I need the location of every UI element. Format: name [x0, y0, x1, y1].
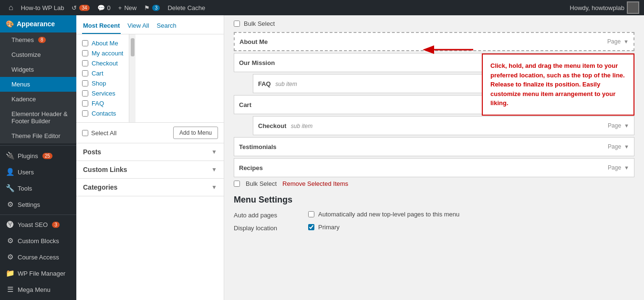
updates-badge: 34: [79, 5, 89, 11]
adminbar-delete-cache[interactable]: Delete Cache: [164, 0, 209, 15]
menu-item-testimonials-arrow[interactable]: ▼: [624, 144, 629, 150]
bulk-select-top-checkbox[interactable]: [234, 21, 240, 27]
faq-sub-label: sub item: [275, 81, 297, 87]
accordion-categories: Categories ▼: [76, 179, 224, 196]
select-all-checkbox[interactable]: [82, 130, 88, 136]
sidebar-submenu-appearance: Themes 8 Customize Widgets Menus Kadence…: [0, 32, 76, 143]
remove-selected-link[interactable]: Remove Selected Items: [282, 180, 348, 187]
howdy-label: Howdy, howtowplab: [570, 4, 624, 11]
sidebar-item-plugins[interactable]: 🔌 Plugins 25: [0, 148, 76, 164]
adminbar-new[interactable]: + New: [114, 0, 141, 15]
wp-file-manager-label: WP File Manager: [18, 270, 65, 277]
menu-item-about-me-type: Page: [607, 38, 621, 45]
menu-item-about-me[interactable]: About Me Page ▼: [234, 32, 634, 51]
accordion-custom-links-label: Custom Links: [83, 166, 127, 173]
sidebar-item-themes[interactable]: Themes 8: [0, 32, 76, 47]
yoast-label: Yoast SEO: [18, 221, 48, 228]
accordion-categories-arrow: ▼: [211, 184, 217, 191]
tab-search[interactable]: Search: [156, 20, 177, 34]
sidebar-item-custom-blocks[interactable]: ⚙ Custom Blocks: [0, 233, 76, 249]
display-location-primary: Primary: [318, 224, 340, 231]
auto-add-checkbox[interactable]: [308, 211, 314, 217]
custom-blocks-label: Custom Blocks: [18, 237, 59, 245]
menu-item-checkout-arrow[interactable]: ▼: [624, 123, 629, 129]
menu-item-checkout-title: Checkout sub item: [258, 122, 608, 129]
tab-view-all[interactable]: View All: [126, 20, 150, 34]
list-item[interactable]: Checkout: [82, 58, 123, 68]
accordion-custom-links-header[interactable]: Custom Links ▼: [76, 161, 224, 178]
bulk-select-top-label: Bulk Select: [244, 20, 275, 27]
callout-box: Click, hold, and drag the menu item to y…: [482, 54, 634, 116]
page-label-contacts: Contacts: [92, 110, 116, 117]
sidebar-item-theme-file-editor[interactable]: Theme File Editor: [0, 129, 76, 143]
display-location-checkbox[interactable]: [308, 224, 314, 230]
page-checkbox-about-me[interactable]: [82, 40, 88, 46]
menu-item-recipes[interactable]: Recipes Page ▼: [234, 158, 634, 177]
list-item[interactable]: My account: [82, 48, 123, 58]
page-checkbox-services[interactable]: [82, 90, 88, 96]
themes-label: Themes: [11, 36, 34, 43]
menu-item-testimonials[interactable]: Testimonials Page ▼: [234, 137, 634, 156]
wp-logo-icon: ⚑: [144, 4, 150, 11]
list-item[interactable]: Cart: [82, 68, 123, 78]
sidebar-item-wp-file-manager[interactable]: 📁 WP File Manager: [0, 265, 76, 281]
page-checkbox-my-account[interactable]: [82, 50, 88, 56]
menu-item-about-me-arrow[interactable]: ▼: [623, 39, 629, 44]
callout-text: Click, hold, and drag the menu item to y…: [490, 62, 625, 107]
sidebar-item-kadence[interactable]: Kadence: [0, 92, 76, 107]
page-checkbox-checkout[interactable]: [82, 60, 88, 66]
list-item[interactable]: About Me: [82, 38, 123, 48]
sidebar-item-users[interactable]: 👤 Users: [0, 164, 76, 180]
adminbar-site-name[interactable]: How-to WP Lab: [17, 0, 68, 15]
list-item[interactable]: Contacts: [82, 108, 123, 118]
tools-label: Tools: [18, 185, 32, 192]
bulk-select-bottom-checkbox[interactable]: [234, 181, 240, 187]
sidebar: 🎨 Appearance Themes 8 Customize Widgets …: [0, 15, 76, 300]
sidebar-item-mega-menu[interactable]: ☰ Mega Menu: [0, 281, 76, 298]
list-item[interactable]: FAQ: [82, 98, 123, 108]
yoast-icon: 🅨: [6, 221, 14, 229]
pages-scrollbar[interactable]: [129, 34, 135, 122]
accordion-categories-header[interactable]: Categories ▼: [76, 179, 224, 196]
sidebar-item-course-access[interactable]: ⚙ Course Access: [0, 249, 76, 265]
add-to-menu-button[interactable]: Add to Menu: [173, 127, 218, 139]
page-checkbox-contacts[interactable]: [82, 110, 88, 117]
page-checkbox-cart[interactable]: [82, 70, 88, 76]
plugins-icon: 🔌: [6, 151, 14, 160]
adminbar-comments[interactable]: 💬 0: [93, 0, 114, 15]
sidebar-item-widgets[interactable]: Widgets: [0, 62, 76, 77]
list-item[interactable]: Shop: [82, 78, 123, 88]
sidebar-item-menus[interactable]: Menus: [0, 77, 76, 92]
sidebar-appearance-header[interactable]: 🎨 Appearance: [0, 15, 76, 32]
sidebar-item-yoast[interactable]: 🅨 Yoast SEO 3: [0, 217, 76, 233]
page-label-my-account: My account: [92, 50, 123, 57]
page-label-shop: Shop: [92, 80, 106, 87]
sidebar-item-elementor[interactable]: Elementor Header & Footer Builder: [0, 107, 76, 129]
sidebar-item-settings[interactable]: ⚙ Settings: [0, 196, 76, 213]
menu-item-about-me-title: About Me: [239, 38, 607, 45]
page-checkbox-shop[interactable]: [82, 80, 88, 86]
list-item[interactable]: Services: [82, 88, 123, 98]
wp-file-manager-icon: 📁: [6, 269, 14, 278]
menu-item-testimonials-type: Page: [608, 143, 621, 150]
settings-label: Settings: [18, 201, 40, 208]
adminbar-wp[interactable]: ⚑ 3: [140, 0, 164, 15]
plugins-label: Plugins: [18, 152, 38, 160]
menu-item-checkout[interactable]: Checkout sub item Page ▼: [253, 116, 634, 135]
auto-add-value: Automatically add new top-level pages to…: [308, 211, 459, 218]
sidebar-item-customize[interactable]: Customize: [0, 47, 76, 62]
accordion-posts-header[interactable]: Posts ▼: [76, 143, 224, 161]
page-label-cart: Cart: [92, 70, 104, 77]
mega-menu-label: Mega Menu: [18, 286, 51, 293]
sidebar-item-tools[interactable]: 🔧 Tools: [0, 180, 76, 196]
tab-most-recent[interactable]: Most Recent: [82, 20, 121, 34]
menu-item-recipes-arrow[interactable]: ▼: [624, 165, 629, 171]
page-checkbox-faq[interactable]: [82, 100, 88, 107]
wp-icon: ⌂: [9, 3, 13, 12]
wp-badge: 3: [152, 5, 160, 11]
delete-cache-label: Delete Cache: [167, 4, 205, 11]
select-all-label: Select All: [91, 129, 116, 137]
adminbar-home[interactable]: ⌂: [5, 0, 17, 15]
adminbar-updates[interactable]: ↺ 34: [68, 0, 93, 15]
accordion-posts-label: Posts: [83, 148, 101, 156]
